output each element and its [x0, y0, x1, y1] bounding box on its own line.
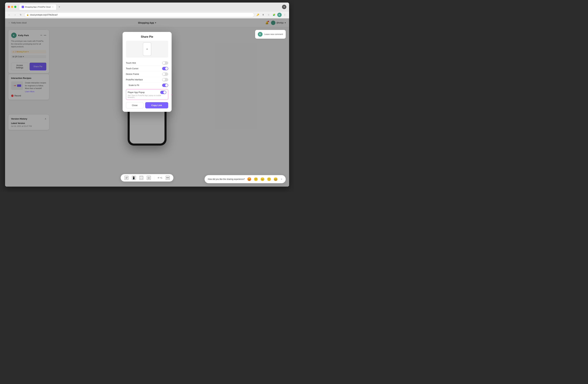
- touch-hint-toggle[interactable]: [162, 61, 168, 65]
- device-frame-row: Device Frame: [126, 71, 168, 77]
- comment-area[interactable]: K Leave new comment: [255, 30, 286, 39]
- scale-to-fit-label: Scale to Fit: [129, 84, 139, 86]
- puzzle-icon[interactable]: 🧩: [272, 13, 276, 17]
- more-options-button[interactable]: •••: [166, 176, 170, 180]
- window-menu-icon: ⊞: [282, 5, 286, 9]
- forward-button[interactable]: →: [13, 13, 17, 17]
- close-dialog-button[interactable]: Close: [126, 102, 144, 108]
- player-app-popup-row: Player App Popup See 'Open in ProtoPie A…: [126, 89, 168, 100]
- survey-question: How did you like the sharing experience?: [208, 178, 245, 180]
- tab-title: Shopping App | ProtoPie Cloud: [25, 6, 51, 8]
- touch-cursor-row: Touch Cursor: [126, 66, 168, 71]
- toolbar-separator: [154, 176, 154, 179]
- device-frame-toggle[interactable]: [162, 73, 168, 76]
- address-bar[interactable]: 🔒 cloud.protopie.io/p/379e2bcacf: [24, 13, 254, 17]
- protopie-interface-row: ProtoPie Interface: [126, 77, 168, 83]
- protopie-interface-label: ProtoPie Interface: [126, 78, 143, 81]
- touch-hint-label: Touch Hint: [126, 62, 136, 64]
- new-tab-button[interactable]: +: [57, 5, 62, 9]
- share-icon[interactable]: ⬆: [261, 13, 265, 17]
- share-dialog: Share Pie Touch Hint Touch Cursor: [123, 32, 172, 112]
- device-frame-label: Device Frame: [126, 73, 139, 75]
- settings-button[interactable]: ⊙: [147, 176, 151, 180]
- survey-emoji-1[interactable]: 😡: [247, 177, 252, 181]
- touch-cursor-label: Touch Cursor: [126, 67, 138, 70]
- browser-titlebar: Shopping App | ProtoPie Cloud × + ⊞: [5, 2, 289, 11]
- maximize-window-button[interactable]: [14, 6, 16, 8]
- player-app-popup-description: See 'Open in ProtoPie App' popup on mobi…: [128, 95, 166, 98]
- back-button[interactable]: ←: [7, 13, 12, 17]
- survey-close-button[interactable]: ×: [281, 178, 282, 180]
- repeat-control[interactable]: ↺ ×1: [158, 177, 162, 179]
- share-preview-area: [126, 41, 168, 58]
- url-text: cloud.protopie.io/p/379e2bcacf: [30, 14, 58, 16]
- protopie-interface-toggle[interactable]: [162, 78, 168, 81]
- reload-button[interactable]: ↻: [19, 13, 23, 17]
- traffic-lights: [8, 6, 16, 8]
- browser-tab-active[interactable]: Shopping App | ProtoPie Cloud ×: [19, 4, 57, 10]
- repeat-icon: ↺: [158, 177, 159, 179]
- preview-phone: [143, 42, 151, 56]
- copy-link-button[interactable]: Copy Link: [145, 102, 168, 108]
- tab-close-button[interactable]: ×: [52, 6, 54, 8]
- main-content-area: 9:41 📶🔋 Ratings ★★★★☆ Share Pie: [5, 19, 289, 187]
- lock-icon: 🔒: [26, 14, 29, 16]
- survey-emoji-4[interactable]: 🙂: [267, 177, 271, 181]
- commenter-avatar: K: [258, 32, 263, 37]
- player-app-popup-toggle[interactable]: [160, 91, 166, 94]
- survey-bar: How did you like the sharing experience?…: [205, 175, 286, 183]
- comment-placeholder: Leave new comment: [264, 33, 283, 36]
- profile-icon[interactable]: K: [277, 13, 282, 17]
- key-icon[interactable]: 🔑: [256, 13, 260, 17]
- player-app-popup-label: Player App Popup: [128, 91, 145, 94]
- browser-menu-button[interactable]: ⋮: [283, 13, 287, 17]
- survey-emoji-2[interactable]: 😕: [254, 177, 258, 181]
- touch-hint-row: Touch Hint: [126, 60, 168, 66]
- browser-actions: 🔑 ⬆ ☆ 🧩 K ⋮: [256, 13, 287, 17]
- dialog-footer: Close Copy Link: [126, 102, 168, 108]
- bottom-toolbar: ↺ 📱 ⛶ ⊙ ↺ ×1 •••: [121, 174, 173, 182]
- touch-cursor-toggle[interactable]: [162, 67, 168, 70]
- minimize-window-button[interactable]: [11, 6, 13, 8]
- tab-bar: Shopping App | ProtoPie Cloud × +: [19, 4, 277, 10]
- expand-button[interactable]: ⛶: [139, 176, 143, 180]
- scale-to-fit-row: Scale to Fit: [126, 83, 168, 88]
- survey-emoji-3[interactable]: 😐: [260, 177, 265, 181]
- tab-favicon: [22, 6, 24, 8]
- survey-emoji-5[interactable]: 😄: [273, 177, 278, 181]
- refresh-button[interactable]: ↺: [124, 176, 128, 180]
- device-button[interactable]: 📱: [132, 176, 136, 180]
- dialog-title: Share Pie: [126, 35, 168, 38]
- player-popup-main: Player App Popup: [128, 91, 166, 94]
- app-content: ← Kelly loves cloud Shopping App ▾ 🔔 @ke…: [5, 19, 289, 187]
- scale-to-fit-toggle[interactable]: [162, 84, 168, 87]
- close-window-button[interactable]: [8, 6, 10, 8]
- preview-dot: [147, 48, 148, 50]
- browser-toolbar: ← → ↻ 🔒 cloud.protopie.io/p/379e2bcacf 🔑…: [5, 11, 289, 19]
- browser-window: Shopping App | ProtoPie Cloud × + ⊞ ← → …: [5, 2, 289, 187]
- repeat-count: ×1: [160, 177, 162, 179]
- bookmark-icon[interactable]: ☆: [266, 13, 271, 17]
